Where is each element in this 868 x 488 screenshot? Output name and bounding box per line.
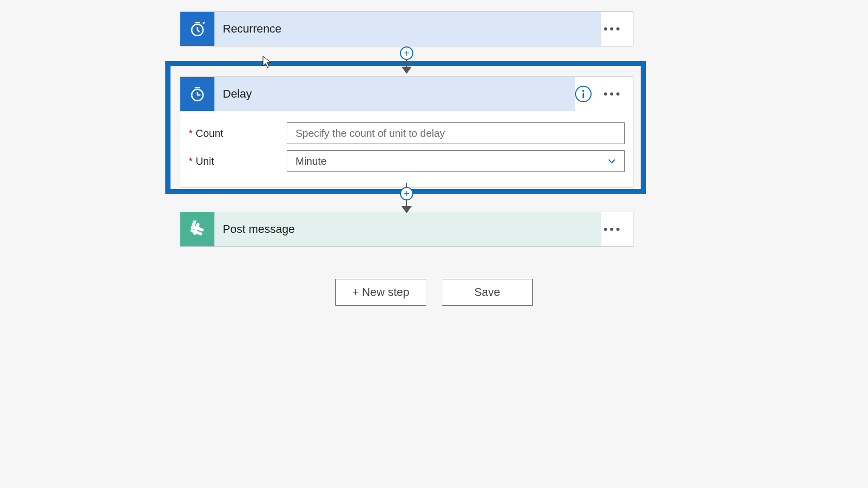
select-value: Minute: [296, 155, 327, 167]
slack-icon: [180, 212, 214, 246]
highlight-inner: Delay *: [171, 66, 641, 189]
ellipsis-dot-icon: [604, 228, 607, 231]
label-text: Unit: [196, 155, 214, 167]
svg-point-2: [582, 90, 584, 92]
svg-rect-3: [583, 93, 584, 98]
card-title: Post message: [214, 212, 601, 246]
ellipsis-dot-icon: [616, 27, 619, 30]
label-text: Count: [196, 128, 223, 139]
more-options-button[interactable]: [601, 24, 623, 34]
ellipsis-dot-icon: [616, 92, 619, 96]
step-card-post-message[interactable]: Post message: [180, 212, 633, 247]
more-options-button[interactable]: [601, 225, 623, 234]
ellipsis-dot-icon: [604, 92, 607, 96]
unit-select[interactable]: Minute: [287, 150, 625, 172]
ellipsis-dot-icon: [610, 92, 613, 96]
required-asterisk: *: [189, 128, 193, 139]
card-actions: [601, 225, 633, 234]
delay-icon: [180, 77, 214, 111]
card-header[interactable]: Post message: [180, 212, 633, 246]
field-label-count: * Count: [189, 128, 287, 139]
chevron-down-icon: [607, 156, 617, 166]
delay-form: * Count * Unit: [180, 111, 633, 187]
arrow-line: [406, 183, 407, 187]
field-control: Minute: [287, 150, 625, 172]
card-header[interactable]: Recurrence: [180, 12, 633, 46]
form-row-unit: * Unit Minute: [189, 147, 625, 175]
ellipsis-dot-icon: [610, 228, 613, 231]
ellipsis-dot-icon: [616, 228, 619, 231]
action-buttons-row: + New step Save: [0, 279, 868, 306]
connector-arrow: +: [401, 46, 412, 74]
chevron-down-icon: [401, 206, 412, 213]
flow-designer-canvas: Recurrence +: [0, 0, 868, 488]
recurrence-icon: [180, 12, 214, 46]
new-step-button[interactable]: + New step: [335, 279, 426, 306]
card-actions: [601, 24, 633, 34]
selected-step-highlight: Delay *: [165, 61, 646, 194]
connector-arrow: +: [401, 183, 412, 213]
ellipsis-dot-icon: [610, 27, 613, 30]
card-header[interactable]: Delay: [180, 77, 633, 111]
step-card-recurrence[interactable]: Recurrence: [180, 11, 633, 46]
info-button[interactable]: [575, 86, 592, 102]
chevron-down-icon: [401, 67, 412, 74]
more-options-button[interactable]: [601, 89, 623, 99]
card-actions: [575, 86, 633, 102]
field-control: [287, 122, 625, 144]
form-row-count: * Count: [189, 119, 625, 147]
card-title: Recurrence: [214, 12, 601, 46]
field-label-unit: * Unit: [189, 155, 287, 167]
arrow-line: [406, 60, 407, 67]
count-input[interactable]: [287, 122, 625, 144]
add-step-button[interactable]: +: [400, 187, 413, 200]
save-button[interactable]: Save: [442, 279, 533, 306]
step-card-delay[interactable]: Delay *: [180, 76, 633, 188]
card-title: Delay: [214, 77, 575, 111]
required-asterisk: *: [189, 155, 193, 167]
add-step-button[interactable]: +: [400, 46, 413, 60]
ellipsis-dot-icon: [604, 27, 607, 30]
